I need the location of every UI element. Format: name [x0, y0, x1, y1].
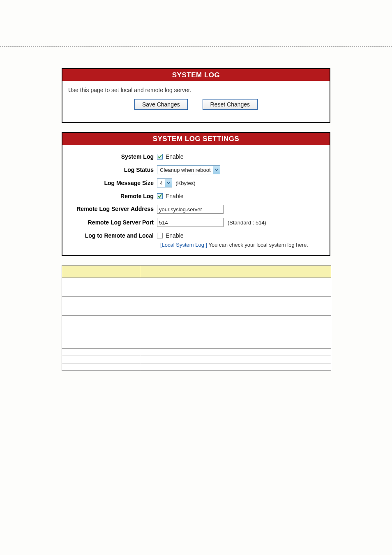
blank-table — [62, 265, 331, 371]
table-cell — [140, 315, 331, 332]
table-cell — [62, 332, 140, 348]
system-log-description: Use this page to set local and remote lo… — [68, 87, 324, 93]
table-cell — [140, 363, 331, 370]
table-row — [62, 278, 331, 296]
table-cell — [140, 356, 331, 363]
log-message-size-unit: (Kbytes) — [175, 180, 195, 186]
table-cell — [62, 315, 140, 332]
table-cell — [62, 363, 140, 370]
system-log-title: SYSTEM LOG — [62, 69, 330, 81]
system-log-settings-panel: SYSTEM LOG SETTINGS System Log Enable Lo… — [62, 132, 330, 256]
remote-server-address-label: Remote Log Server Address — [67, 206, 157, 212]
reset-changes-button[interactable]: Reset Changes — [203, 99, 258, 110]
log-status-value: Cleanup when reboot — [157, 167, 213, 173]
log-status-label: Log Status — [67, 166, 157, 173]
remote-server-port-input[interactable] — [157, 218, 224, 227]
table-row — [62, 348, 331, 356]
log-both-checkbox[interactable] — [157, 233, 163, 238]
system-log-panel: SYSTEM LOG Use this page to set local an… — [62, 68, 330, 123]
table-row — [62, 296, 331, 315]
system-log-enable-text: Enable — [166, 153, 184, 160]
system-log-settings-title: SYSTEM LOG SETTINGS — [62, 133, 330, 145]
check-icon — [158, 194, 162, 198]
remote-server-address-input[interactable] — [157, 205, 224, 214]
chevron-down-icon — [213, 166, 220, 174]
chevron-down-icon — [165, 179, 172, 187]
system-log-checkbox[interactable] — [157, 154, 163, 160]
check-icon — [158, 155, 162, 159]
log-status-select[interactable]: Cleanup when reboot — [157, 165, 220, 174]
table-row — [62, 332, 331, 348]
remote-log-enable-text: Enable — [166, 193, 184, 199]
table-cell — [62, 296, 140, 315]
log-message-size-value: 4 — [157, 180, 165, 186]
table-cell — [62, 278, 140, 296]
remote-server-port-label: Remote Log Server Port — [67, 219, 157, 226]
table-header-row — [62, 265, 331, 278]
log-both-label: Log to Remote and Local — [67, 232, 157, 239]
remote-log-label: Remote Log — [67, 193, 157, 199]
table-cell — [62, 348, 140, 356]
table-row — [62, 315, 331, 332]
table-cell — [140, 296, 331, 315]
table-header-cell — [62, 265, 140, 278]
table-cell — [140, 332, 331, 348]
table-header-cell — [140, 265, 331, 278]
remote-log-checkbox[interactable] — [157, 193, 163, 199]
log-message-size-label: Log Message Size — [67, 180, 157, 186]
table-row — [62, 356, 331, 363]
remote-server-port-note: (Standard : 514) — [228, 220, 266, 226]
log-both-enable-text: Enable — [166, 232, 184, 239]
table-cell — [140, 278, 331, 296]
log-message-size-select[interactable]: 4 — [157, 178, 172, 187]
save-changes-button[interactable]: Save Changes — [134, 99, 188, 110]
table-row — [62, 363, 331, 370]
table-cell — [62, 356, 140, 363]
table-cell — [140, 348, 331, 356]
local-system-log-note: You can check your local system log here… — [207, 242, 308, 248]
local-system-log-link[interactable]: [Local System Log ] — [160, 242, 207, 248]
system-log-label: System Log — [67, 153, 157, 160]
